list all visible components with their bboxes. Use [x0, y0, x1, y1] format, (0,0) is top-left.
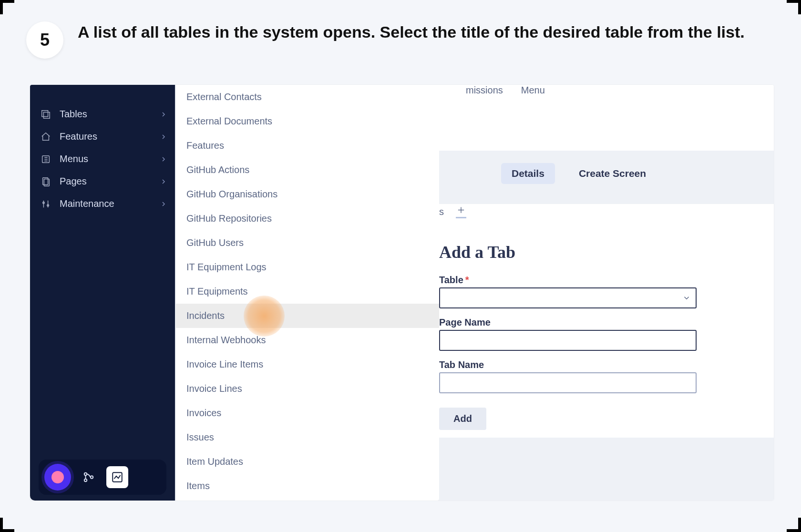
add-tab-form: Add a Tab Table* Page Name Tab Name Add — [439, 242, 706, 430]
dropdown-item[interactable]: Invoices — [176, 401, 439, 425]
page-name-input[interactable] — [439, 330, 697, 351]
svg-point-14 — [91, 476, 93, 478]
page-corner — [0, 518, 14, 532]
dropdown-item[interactable]: GitHub Users — [176, 231, 439, 255]
form-title: Add a Tab — [439, 242, 706, 262]
dropdown-item[interactable]: IT Equipments — [176, 279, 439, 304]
subtab-details[interactable]: Details — [501, 163, 555, 184]
add-button[interactable]: Add — [439, 408, 486, 430]
sidebar-item-features[interactable]: Features — [30, 125, 175, 148]
dropdown-item[interactable]: GitHub Repositories — [176, 206, 439, 231]
dropdown-item[interactable]: Issues — [176, 425, 439, 450]
lower-band — [439, 438, 774, 501]
maintenance-icon — [41, 199, 51, 209]
mini-tab-partial: s — [439, 206, 444, 217]
record-button[interactable] — [44, 464, 71, 491]
dropdown-item[interactable]: Incidents — [176, 304, 439, 328]
page-corner — [0, 0, 14, 14]
dropdown-item[interactable]: IT Equipment Logs — [176, 255, 439, 279]
dropdown-item[interactable]: GitHub Organisations — [176, 182, 439, 206]
sidebar-item-menus[interactable]: Menus — [30, 148, 175, 170]
sidebar-item-pages[interactable]: Pages — [30, 170, 175, 193]
sidebar-item-label: Features — [60, 131, 97, 142]
pages-icon — [41, 176, 51, 187]
screenshot-frame: Tables Features Menus Pages — [30, 85, 774, 501]
dropdown-item[interactable]: Items — [176, 474, 439, 498]
instruction-header: 5 A list of all tables in the system ope… — [26, 21, 775, 59]
dropdown-item[interactable]: Item Updates — [176, 450, 439, 474]
page-corner — [787, 518, 801, 532]
sidebar-item-label: Maintenance — [60, 198, 114, 209]
branch-icon — [82, 471, 95, 483]
step-number-badge: 5 — [26, 21, 63, 59]
mini-tab-row: s — [439, 205, 468, 218]
plus-icon — [456, 205, 466, 215]
table-dropdown-list: External ContactsExternal DocumentsFeatu… — [176, 85, 439, 501]
required-mark: * — [465, 275, 469, 285]
sidebar-item-tables[interactable]: Tables — [30, 103, 175, 125]
content-panel: missions Menu Details Create Screen s Ad… — [439, 85, 774, 501]
chevron-right-icon — [160, 200, 167, 208]
chevron-right-icon — [160, 133, 167, 141]
menus-icon — [41, 154, 51, 164]
chevron-right-icon — [160, 178, 167, 185]
table-select[interactable] — [439, 287, 697, 308]
sub-tabs: Details Create Screen — [439, 163, 774, 184]
dropdown-item[interactable]: Invoice Lines — [176, 377, 439, 401]
subtab-create-screen[interactable]: Create Screen — [568, 163, 657, 184]
svg-point-12 — [84, 473, 87, 475]
chevron-down-icon — [682, 294, 691, 302]
dropdown-item[interactable]: External Contacts — [176, 85, 439, 109]
dropdown-item[interactable]: Invoice Line Items — [176, 352, 439, 377]
chart-button[interactable] — [106, 466, 128, 488]
svg-rect-0 — [42, 110, 48, 116]
sidebar-item-label: Menus — [60, 153, 88, 164]
add-tab-mini-button[interactable] — [454, 205, 468, 218]
svg-point-13 — [84, 479, 87, 481]
page-corner — [787, 0, 801, 14]
dropdown-item[interactable]: GitHub Actions — [176, 158, 439, 182]
dropdown-item[interactable]: External Documents — [176, 109, 439, 133]
underline-icon — [456, 217, 466, 218]
tab-menu[interactable]: Menu — [521, 85, 545, 96]
top-tabs: missions Menu — [439, 85, 774, 128]
label-tab-name: Tab Name — [439, 359, 706, 370]
record-dot-icon — [51, 471, 64, 483]
sidebar-item-label: Pages — [60, 176, 87, 187]
label-page-name: Page Name — [439, 317, 706, 328]
sidebar-footer — [39, 460, 166, 495]
chevron-right-icon — [160, 155, 167, 163]
dropdown-item[interactable]: Internal Webhooks — [176, 328, 439, 352]
sidebar-item-label: Tables — [60, 109, 87, 120]
chevron-right-icon — [160, 111, 167, 118]
chart-icon — [111, 471, 123, 483]
sidebar-item-maintenance[interactable]: Maintenance — [30, 193, 175, 215]
tables-icon — [41, 109, 51, 120]
branch-button[interactable] — [78, 466, 100, 488]
label-table: Table* — [439, 275, 706, 286]
features-icon — [41, 132, 51, 142]
svg-rect-1 — [43, 112, 50, 118]
tab-name-input[interactable] — [439, 372, 697, 393]
dropdown-item[interactable]: Features — [176, 133, 439, 158]
sidebar: Tables Features Menus Pages — [30, 85, 175, 501]
instruction-text: A list of all tables in the system opens… — [78, 21, 745, 43]
tab-partial[interactable]: missions — [466, 85, 503, 96]
